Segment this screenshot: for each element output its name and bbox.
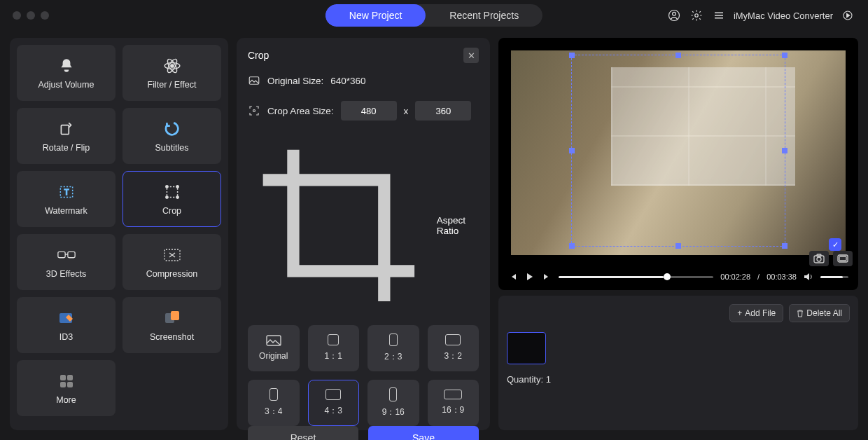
tool-watermark[interactable]: T Watermark — [17, 171, 115, 227]
play-button[interactable] — [525, 272, 535, 282]
settings-icon[interactable] — [689, 8, 704, 23]
crop-handle[interactable] — [782, 243, 788, 249]
time-current: 00:02:28 — [720, 273, 750, 281]
subtitles-icon — [162, 119, 182, 139]
ratio-9-16[interactable]: 9：16 — [368, 380, 419, 426]
add-file-button[interactable]: +Add File — [729, 304, 783, 322]
crop-width-input[interactable] — [341, 101, 397, 121]
volume-slider[interactable] — [820, 276, 848, 278]
tool-filter-effect[interactable]: Filter / Effect — [122, 45, 221, 101]
ratio-16-9[interactable]: 16：9 — [428, 380, 479, 426]
quantity-label: Quantity: — [507, 374, 543, 385]
ratio-4-3[interactable]: 4：3 — [308, 380, 360, 426]
ratio-label: 4：3 — [325, 405, 342, 417]
portrait-tall-icon — [389, 387, 397, 401]
image-icon — [248, 74, 260, 87]
crop-handle[interactable] — [569, 53, 575, 58]
window-traffic-lights — [13, 11, 49, 20]
account-icon[interactable] — [666, 8, 682, 23]
save-button[interactable]: Save — [368, 426, 479, 440]
close-panel-button[interactable]: ✕ — [463, 48, 479, 63]
tool-subtitles[interactable]: Subtitles — [122, 108, 221, 164]
play-circle-icon[interactable] — [840, 8, 855, 23]
svg-text:T: T — [64, 188, 69, 196]
file-thumbnail[interactable] — [507, 332, 546, 364]
landscape-icon — [266, 335, 281, 346]
svg-rect-8 — [61, 125, 69, 135]
next-button[interactable] — [542, 272, 552, 282]
atom-icon — [162, 56, 182, 76]
quantity-row: Quantity: 1 — [507, 374, 850, 385]
svg-point-13 — [176, 186, 178, 188]
grid-more-icon — [57, 371, 76, 391]
delete-all-button[interactable]: Delete All — [789, 304, 850, 322]
project-tabs: New Project Recent Projects — [326, 4, 542, 27]
tool-screenshot[interactable]: Screenshot — [122, 297, 221, 353]
crop-handle[interactable] — [569, 243, 575, 249]
crop-handle[interactable] — [676, 243, 681, 249]
time-total: 00:03:38 — [766, 273, 797, 281]
tool-rotate-flip[interactable]: Rotate / Flip — [17, 108, 115, 164]
volume-icon[interactable] — [804, 272, 813, 282]
tool-adjust-volume[interactable]: Adjust Volume — [17, 45, 115, 101]
svg-point-4 — [170, 64, 173, 67]
tab-recent-projects[interactable]: Recent Projects — [426, 4, 542, 27]
tool-label: Filter / Effect — [148, 80, 197, 90]
tool-label: Adjust Volume — [38, 80, 94, 90]
tool-label: Subtitles — [155, 143, 189, 153]
tool-label: ID3 — [59, 332, 73, 342]
reset-button[interactable]: Reset — [248, 426, 358, 440]
crop-panel: Crop ✕ Original Size: 640*360 Crop Area … — [237, 38, 490, 430]
tool-3d-effects[interactable]: 3D Effects — [17, 234, 115, 290]
prev-button[interactable] — [508, 272, 518, 282]
confirm-check-icon[interactable]: ✓ — [829, 238, 841, 251]
portrait-icon — [389, 334, 398, 346]
svg-point-1 — [673, 12, 676, 15]
svg-point-12 — [165, 186, 167, 188]
svg-rect-16 — [57, 252, 64, 257]
tool-crop[interactable]: Crop — [122, 171, 221, 227]
tool-compression[interactable]: Compression — [122, 234, 221, 290]
ratio-3-4[interactable]: 3：4 — [248, 380, 300, 426]
panel-title: Crop — [248, 50, 269, 61]
tools-sidebar: Adjust Volume Filter / Effect Rotate / F… — [10, 38, 228, 430]
svg-rect-26 — [249, 77, 259, 85]
ratio-label: 1：1 — [325, 350, 342, 362]
aspect-ratio-header: Aspect Ratio — [248, 135, 479, 317]
screenshot-icon — [162, 308, 182, 328]
tool-id3[interactable]: ID3 — [17, 297, 115, 353]
ratio-1-1[interactable]: 1：1 — [308, 325, 360, 371]
compress-icon — [162, 245, 182, 265]
btn-label: Delete All — [806, 308, 842, 318]
ratio-label: 3：2 — [444, 350, 462, 362]
crop-small-icon — [248, 135, 430, 317]
svg-rect-23 — [67, 375, 73, 380]
close-window-dot[interactable] — [13, 11, 21, 20]
tab-new-project[interactable]: New Project — [326, 4, 426, 27]
svg-rect-22 — [60, 375, 66, 380]
original-size-row: Original Size: 640*360 — [248, 74, 479, 87]
svg-point-27 — [253, 110, 255, 112]
close-icon: ✕ — [468, 50, 475, 61]
file-shelf: +Add File Delete All Quantity: 1 — [498, 296, 858, 430]
snapshot-button[interactable] — [809, 251, 829, 266]
crop-handle[interactable] — [782, 148, 788, 153]
crop-overlay[interactable] — [571, 55, 785, 247]
watermark-icon: T — [57, 182, 76, 202]
video-frame[interactable]: ✓ — [511, 50, 846, 255]
crop-handle[interactable] — [676, 53, 681, 58]
focus-icon — [248, 104, 260, 117]
crop-handle[interactable] — [782, 53, 788, 58]
ratio-label: Original — [259, 351, 288, 361]
crop-height-input[interactable] — [415, 101, 471, 121]
ratio-2-3[interactable]: 2：3 — [368, 325, 419, 371]
crop-handle[interactable] — [569, 148, 575, 153]
tool-more[interactable]: More — [17, 360, 115, 416]
ratio-original[interactable]: Original — [248, 325, 300, 371]
maximize-window-dot[interactable] — [41, 11, 49, 20]
menu-icon[interactable] — [711, 8, 727, 23]
ratio-3-2[interactable]: 3：2 — [428, 325, 479, 371]
minimize-window-dot[interactable] — [27, 11, 35, 20]
seek-slider[interactable] — [559, 276, 713, 278]
compare-button[interactable] — [833, 251, 853, 266]
